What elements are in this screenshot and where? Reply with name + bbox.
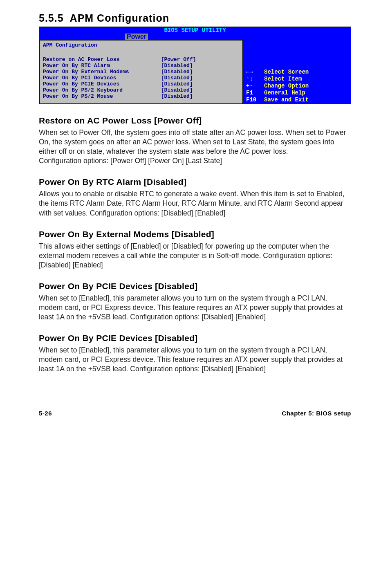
legend-val: Select Screen — [264, 69, 309, 75]
legend-row: +-Change Option — [246, 83, 309, 89]
bios-legend: ←→Select Screen ↑↓Select Item +-Change O… — [245, 68, 309, 104]
legend-key: ↑↓ — [246, 76, 263, 82]
legend-row: ↑↓Select Item — [246, 76, 309, 82]
legend-key: F1 — [246, 90, 263, 96]
section-title: APM Configuration — [70, 12, 169, 24]
bios-screenshot: BIOS SETUP UTILITY Power APM Configurati… — [39, 27, 351, 104]
subsection-heading: Power On By RTC Alarm [Disabled] — [39, 177, 351, 187]
bios-left-panel: APM Configuration Restore on AC Power Lo… — [39, 40, 243, 104]
bios-title: BIOS SETUP UTILITY — [39, 27, 351, 34]
bios-row: Power On By PCIE Devices [Disabled] — [43, 81, 196, 87]
bios-row: Restore on AC Power Loss [Power Off] — [43, 56, 196, 63]
subsection-heading: Restore on AC Power Loss [Power Off] — [39, 116, 351, 126]
subsection-body: Allows you to enable or disable RTC to g… — [39, 189, 351, 218]
subsection-body: When set to Power Off, the system goes i… — [39, 128, 351, 166]
legend-val: General Help — [264, 90, 309, 96]
subsection-heading: Power On By PCIE Devices [Disabled] — [39, 333, 351, 343]
section-number: 5.5.5 — [39, 12, 64, 24]
bios-row: Power On By PS/2 Keyboard [Disabled] — [43, 87, 196, 93]
page-footer: 5-26 Chapter 5: BIOS setup — [0, 407, 390, 426]
bios-settings-table: Restore on AC Power Loss [Power Off] Pow… — [43, 56, 196, 99]
legend-key: ←→ — [246, 69, 263, 75]
bios-right-panel: ←→Select Screen ↑↓Select Item +-Change O… — [243, 40, 351, 104]
bios-row: Power On By External Modems [Disabled] — [43, 69, 196, 75]
legend-key: F10 — [246, 97, 263, 103]
legend-row: F1General Help — [246, 90, 309, 96]
bios-item-value: [Disabled] — [161, 63, 196, 69]
bios-item-label: Restore on AC Power Loss — [43, 56, 129, 63]
subsection-heading: Power On By External Modems [Disabled] — [39, 229, 351, 239]
legend-val: Save and Exit — [264, 97, 309, 103]
bios-item-value: [Disabled] — [161, 87, 196, 93]
bios-item-value: [Disabled] — [161, 81, 196, 87]
subsection-body: This allows either settings of [Enabled]… — [39, 242, 351, 270]
bios-item-label: Power On By PCI Devices — [43, 75, 129, 81]
bios-item-value: [Power Off] — [161, 56, 196, 63]
bios-panel-title: APM Configuration — [43, 42, 239, 48]
subsection-body: When set to [Enabled], this parameter al… — [39, 346, 351, 374]
bios-tab-power: Power — [125, 34, 148, 40]
bios-item-value: [Disabled] — [161, 69, 196, 75]
footer-chapter: Chapter 5: BIOS setup — [282, 410, 351, 417]
bios-item-label: Power On By External Modems — [43, 69, 129, 75]
bios-item-label: Power On By PCIE Devices — [43, 81, 129, 87]
legend-val: Select Item — [264, 76, 309, 82]
bios-tab-row: Power — [39, 34, 351, 40]
bios-item-label: Power On By PS/2 Mouse — [43, 93, 129, 99]
legend-val: Change Option — [264, 83, 309, 89]
legend-row: F10Save and Exit — [246, 97, 309, 103]
bios-item-label: Power On By PS/2 Keyboard — [43, 87, 129, 93]
legend-row: ←→Select Screen — [246, 69, 309, 75]
bios-row: Power On By RTC Alarm [Disabled] — [43, 63, 196, 69]
subsection-body: When set to [Enabled], this parameter al… — [39, 294, 351, 322]
footer-page-number: 5-26 — [39, 410, 52, 417]
bios-row: Power On By PS/2 Mouse [Disabled] — [43, 93, 196, 99]
bios-item-value: [Disabled] — [161, 93, 196, 99]
bios-item-label: Power On By RTC Alarm — [43, 63, 129, 69]
bios-item-value: [Disabled] — [161, 75, 196, 81]
legend-key: +- — [246, 83, 263, 89]
subsection-heading: Power On By PCIE Devices [Disabled] — [39, 281, 351, 291]
section-heading: 5.5.5 APM Configuration — [39, 12, 351, 24]
bios-row: Power On By PCI Devices [Disabled] — [43, 75, 196, 81]
